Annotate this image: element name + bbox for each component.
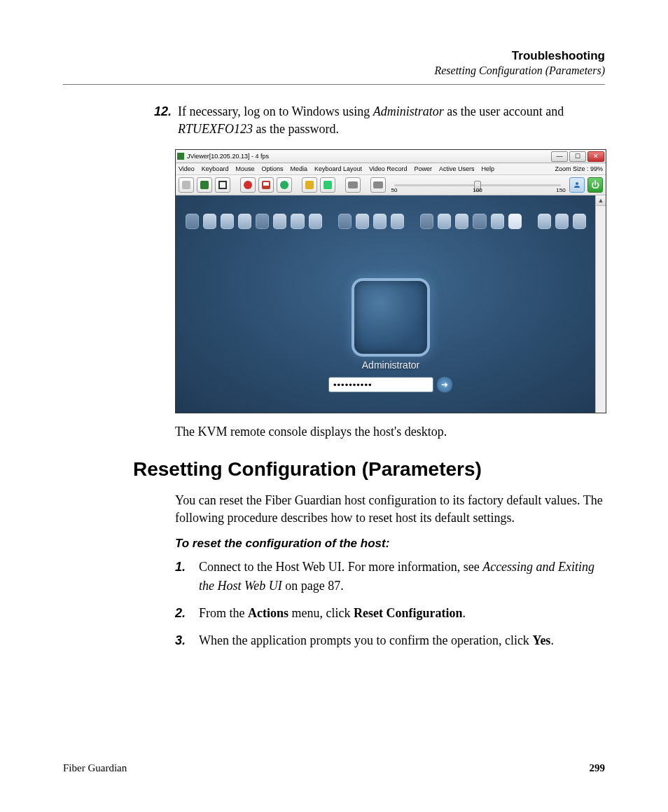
- tick-150: 150: [556, 187, 565, 193]
- close-button[interactable]: ✕: [587, 151, 604, 162]
- reset-config: Reset Configuration: [354, 606, 463, 620]
- step-body: From the Actions menu, click Reset Confi…: [199, 604, 605, 623]
- text: .: [550, 633, 554, 647]
- actions-menu: Actions: [248, 606, 288, 620]
- kvm-screenshot: JViewer[10.205.20.13] - 4 fps — ☐ ✕ Vide…: [175, 149, 606, 413]
- save-icon[interactable]: [258, 177, 274, 193]
- menu-power[interactable]: Power: [414, 165, 432, 172]
- text: as the user account and: [444, 104, 564, 118]
- remote-desktop: Administrator ➜ ▲: [176, 195, 606, 413]
- login-username: Administrator: [362, 359, 419, 371]
- document-page: Troubleshooting Resetting Configuration …: [0, 0, 668, 812]
- stop-icon[interactable]: [277, 177, 292, 193]
- step-body: When the application prompts you to conf…: [199, 631, 605, 650]
- header-divider: [63, 84, 605, 85]
- step-body: Connect to the Host Web UI. For more inf…: [199, 558, 605, 596]
- page-number: 299: [590, 762, 606, 774]
- step-number: 1.: [175, 558, 199, 596]
- settings-icon[interactable]: [302, 177, 317, 193]
- page-footer: Fiber Guardian 299: [63, 762, 605, 774]
- menu-options[interactable]: Options: [261, 165, 283, 172]
- header-title: Troubleshooting: [63, 49, 605, 63]
- menu-keyboard[interactable]: Keyboard: [202, 165, 229, 172]
- menu-help[interactable]: Help: [481, 165, 494, 172]
- toolbar: 50 100 150 ⏻: [176, 175, 606, 195]
- procedure-subhead: To reset the configuration of the host:: [175, 537, 605, 551]
- maximize-button[interactable]: ☐: [569, 151, 586, 162]
- step-1: 1. Connect to the Host Web UI. For more …: [175, 558, 605, 596]
- tick-50: 50: [391, 187, 398, 193]
- keyboard-icon[interactable]: [345, 177, 361, 193]
- password-value: RTUEXFO123: [178, 122, 253, 136]
- menu-mouse[interactable]: Mouse: [235, 165, 254, 172]
- menu-active-users[interactable]: Active Users: [439, 165, 475, 172]
- password-input[interactable]: [328, 377, 433, 392]
- step-2: 2. From the Actions menu, click Reset Co…: [175, 604, 605, 623]
- text: as the password.: [253, 122, 339, 136]
- screenshot-caption: The KVM remote console displays the host…: [175, 423, 605, 441]
- header-subtitle: Resetting Configuration (Parameters): [63, 64, 605, 77]
- step-number: 3.: [175, 631, 199, 650]
- text: From the: [199, 606, 248, 620]
- play-icon[interactable]: [197, 177, 212, 193]
- step-12: 12. If necessary, log on to Windows usin…: [154, 103, 605, 138]
- window-buttons: — ☐ ✕: [551, 151, 604, 162]
- text: on page 87.: [282, 579, 344, 593]
- step-number: 2.: [175, 604, 199, 623]
- section-heading: Resetting Configuration (Parameters): [133, 458, 605, 481]
- footer-left: Fiber Guardian: [63, 762, 127, 774]
- app-icon: [177, 153, 184, 160]
- step-3: 3. When the application prompts you to c…: [175, 631, 605, 650]
- step-number: 12.: [154, 103, 178, 138]
- admin-value: Administrator: [373, 104, 444, 118]
- scroll-up-icon[interactable]: ▲: [596, 195, 606, 206]
- menu-video[interactable]: Video: [179, 165, 195, 172]
- text: If necessary, log on to Windows using: [178, 104, 373, 118]
- step-body: If necessary, log on to Windows using Ad…: [178, 103, 605, 138]
- text: Connect to the Host Web UI. For more inf…: [199, 560, 482, 574]
- text: .: [462, 606, 466, 620]
- text: When the application prompts you to conf…: [199, 633, 532, 647]
- password-row: ➜: [328, 376, 453, 393]
- settings-icon-2[interactable]: [320, 177, 335, 193]
- zoom-label: Zoom Size : 99%: [555, 165, 603, 172]
- keyboard-icon-2[interactable]: [370, 177, 386, 193]
- fullscreen-icon[interactable]: [215, 177, 230, 193]
- power-icon[interactable]: ⏻: [587, 177, 603, 193]
- intro-paragraph: You can reset the Fiber Guardian host co…: [175, 492, 605, 527]
- window-title: JViewer[10.205.20.13] - 4 fps: [187, 153, 551, 160]
- menu-bar: Video Keyboard Mouse Options Media Keybo…: [176, 163, 606, 175]
- window-titlebar: JViewer[10.205.20.13] - 4 fps — ☐ ✕: [176, 150, 606, 163]
- pause-icon[interactable]: [179, 177, 194, 193]
- tick-100: 100: [473, 187, 482, 193]
- taskbar-icons: [176, 214, 596, 229]
- user-avatar: [352, 278, 430, 357]
- minimize-button[interactable]: —: [551, 151, 568, 162]
- menu-media[interactable]: Media: [290, 165, 307, 172]
- running-header: Troubleshooting Resetting Configuration …: [63, 49, 605, 77]
- yes-button-label: Yes: [532, 633, 550, 647]
- user-icon[interactable]: [569, 177, 585, 193]
- zoom-slider[interactable]: 50 100 150: [389, 184, 566, 186]
- submit-arrow-icon[interactable]: ➜: [436, 376, 453, 393]
- text: menu, click: [288, 606, 354, 620]
- vertical-scrollbar[interactable]: ▲: [595, 195, 606, 413]
- record-icon[interactable]: [240, 177, 256, 193]
- menu-video-record[interactable]: Video Record: [369, 165, 407, 172]
- menu-keyboard-layout[interactable]: Keyboard Layout: [314, 165, 362, 172]
